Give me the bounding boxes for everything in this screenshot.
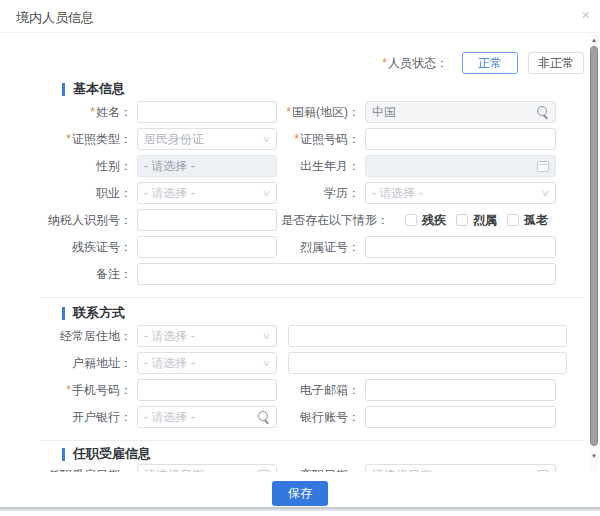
- chevron-down-icon: ∨: [262, 358, 271, 368]
- scroll-up-icon[interactable]: ▲: [589, 36, 599, 44]
- checkbox-icon[interactable]: [405, 214, 417, 226]
- row-occupation-education: 职业： - 请选择 - ∨ 学历： - 请选择 - ∨: [40, 182, 584, 204]
- occupation-select[interactable]: - 请选择 - ∨: [137, 182, 277, 204]
- row-cert-numbers: 残疾证号： 烈属证号：: [40, 236, 584, 258]
- bank-select[interactable]: - 请选择 -: [137, 406, 277, 428]
- education-select[interactable]: - 请选择 - ∨: [365, 182, 556, 204]
- martyr-no-label: 烈属证号：: [277, 239, 365, 256]
- vertical-scrollbar[interactable]: ▲ ▼: [589, 34, 599, 472]
- section-divider: [40, 440, 584, 441]
- dialog-bottom-edge: [0, 507, 600, 511]
- chevron-down-icon: ∨: [262, 331, 271, 341]
- required-mark: *: [66, 132, 71, 146]
- taxpayer-id-label: 纳税人识别号：: [40, 212, 137, 229]
- household-detail-input[interactable]: [288, 352, 567, 374]
- mobile-input[interactable]: [137, 379, 277, 401]
- checkbox-item-elderly[interactable]: 孤老: [507, 212, 548, 229]
- email-input[interactable]: [365, 379, 556, 401]
- chevron-down-icon: ∨: [541, 188, 550, 198]
- status-abnormal-button[interactable]: 非正常: [528, 52, 584, 74]
- section-contact-info: 联系方式: [62, 306, 584, 320]
- education-placeholder: - 请选择 -: [372, 185, 423, 202]
- household-select[interactable]: - 请选择 - ∨: [137, 352, 277, 374]
- section-basic-info: 基本信息: [62, 82, 584, 96]
- row-taxpayer-situations: 纳税人识别号： 是否存在以下情形： 残疾 烈属 孤老: [40, 209, 584, 231]
- checkbox-item-martyr[interactable]: 烈属: [456, 212, 497, 229]
- dialog-footer: 保存: [0, 472, 600, 507]
- close-icon[interactable]: ×: [581, 7, 590, 22]
- cert-type-select[interactable]: 居民身份证 ∨: [137, 128, 277, 150]
- scrollbar-thumb[interactable]: [590, 46, 598, 446]
- cert-no-input[interactable]: [365, 128, 556, 150]
- mobile-label: *手机号码：: [40, 382, 137, 399]
- row-gender-birth: 性别： - 请选择 - 出生年月：: [40, 155, 584, 177]
- bank-account-label: 银行账号：: [277, 409, 365, 426]
- section-divider: [40, 297, 584, 298]
- taxpayer-id-input: [137, 209, 277, 231]
- person-status-label: *人员状态：: [382, 55, 448, 72]
- bank-placeholder: - 请选择 -: [144, 409, 195, 426]
- status-normal-button[interactable]: 正常: [462, 52, 518, 74]
- education-label: 学历：: [277, 185, 365, 202]
- row-mobile-email: *手机号码： 电子邮箱：: [40, 379, 584, 401]
- section-bar: [62, 448, 65, 461]
- row-remarks: 备注：: [40, 263, 584, 285]
- dialog-scroll-area: *人员状态： 正常 非正常 基本信息 *姓名： *国籍(地区)： 中国 *证照类…: [0, 34, 588, 472]
- search-icon[interactable]: [535, 105, 549, 119]
- row-cert: *证照类型： 居民身份证 ∨ *证照号码：: [40, 128, 584, 150]
- nationality-label: *国籍(地区)：: [277, 104, 365, 121]
- row-name-nationality: *姓名： *国籍(地区)： 中国: [40, 101, 584, 123]
- required-mark: *: [66, 383, 71, 397]
- calendar-icon: [537, 161, 549, 172]
- gender-placeholder: - 请选择 -: [144, 158, 195, 175]
- checkbox-item-disability[interactable]: 残疾: [405, 212, 446, 229]
- household-placeholder: - 请选择 -: [144, 355, 195, 372]
- row-residence: 经常居住地： - 请选择 - ∨: [40, 325, 584, 347]
- checkbox-icon[interactable]: [507, 214, 519, 226]
- dialog-header: 境内人员信息 ×: [0, 0, 600, 33]
- situations-group: 是否存在以下情形： 残疾 烈属 孤老: [277, 212, 556, 229]
- section-employment-info: 任职受雇信息: [62, 447, 584, 461]
- remarks-input[interactable]: [137, 263, 556, 285]
- remarks-label: 备注：: [40, 266, 137, 283]
- disability-no-label: 残疾证号：: [40, 239, 137, 256]
- birth-date-input: [365, 155, 556, 177]
- save-button[interactable]: 保存: [272, 481, 328, 506]
- domestic-person-dialog: 境内人员信息 × *人员状态： 正常 非正常 基本信息 *姓名： *国籍(地区)…: [0, 0, 600, 516]
- leave-date-input[interactable]: 请选择日期: [365, 464, 556, 472]
- checkbox-icon[interactable]: [456, 214, 468, 226]
- nationality-select[interactable]: 中国: [365, 101, 556, 123]
- row-employment-dates: 任职受雇日期： 请选择日期 离职日期： 请选择日期: [40, 464, 584, 472]
- search-icon[interactable]: [256, 410, 270, 424]
- name-input[interactable]: [137, 101, 277, 123]
- dialog-title: 境内人员信息: [16, 9, 584, 27]
- martyr-no-input: [365, 236, 556, 258]
- chevron-down-icon: ∨: [262, 188, 271, 198]
- birth-date-label: 出生年月：: [277, 158, 365, 175]
- email-label: 电子邮箱：: [277, 382, 365, 399]
- name-label: *姓名：: [40, 104, 137, 121]
- cert-type-label: *证照类型：: [40, 131, 137, 148]
- hire-date-input[interactable]: 请选择日期: [137, 464, 277, 472]
- gender-select: - 请选择 -: [137, 155, 277, 177]
- gender-label: 性别：: [40, 158, 137, 175]
- residence-detail-input[interactable]: [288, 325, 567, 347]
- required-mark: *: [286, 105, 291, 119]
- bank-label: 开户银行：: [40, 409, 137, 426]
- required-mark: *: [90, 105, 95, 119]
- residence-label: 经常居住地：: [40, 328, 137, 345]
- occupation-label: 职业：: [40, 185, 137, 202]
- cert-no-label: *证照号码：: [277, 131, 365, 148]
- row-household: 户籍地址： - 请选择 - ∨: [40, 352, 584, 374]
- disability-no-input: [137, 236, 277, 258]
- section-bar: [62, 83, 65, 96]
- nationality-value: 中国: [372, 104, 396, 121]
- chevron-down-icon: ∨: [262, 134, 271, 144]
- household-label: 户籍地址：: [40, 355, 137, 372]
- bank-account-input[interactable]: [365, 406, 556, 428]
- residence-select[interactable]: - 请选择 - ∨: [137, 325, 277, 347]
- residence-placeholder: - 请选择 -: [144, 328, 195, 345]
- section-bar: [62, 307, 65, 320]
- scroll-down-icon[interactable]: ▼: [589, 452, 599, 460]
- person-status-row: *人员状态： 正常 非正常: [40, 52, 584, 74]
